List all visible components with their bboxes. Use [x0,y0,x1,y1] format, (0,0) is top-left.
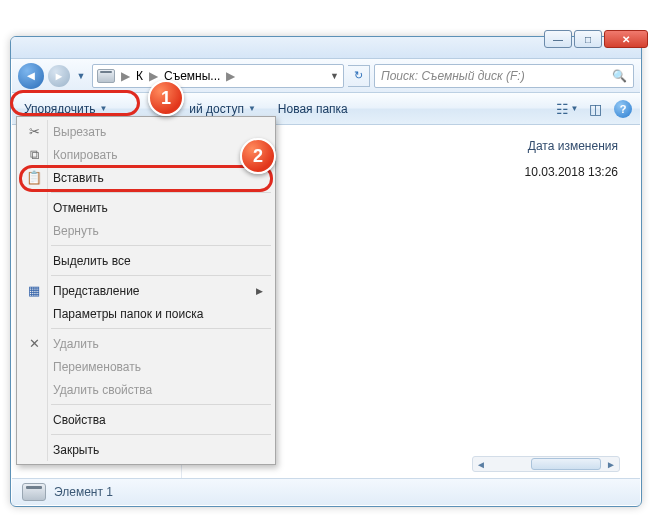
menu-label: Удалить свойства [53,383,152,397]
status-text: Элемент 1 [54,485,113,499]
new-folder-button[interactable]: Новая папка [274,98,352,120]
chevron-right-icon: ▶ [121,69,130,83]
menu-separator [51,192,271,193]
menu-item-close[interactable]: Закрыть [19,438,273,461]
annotation-badge-1: 1 [148,80,184,116]
chevron-down-icon: ▼ [248,104,256,113]
menu-label: Вернуть [53,224,99,238]
horizontal-scrollbar[interactable]: ◄ ► [472,456,620,472]
scroll-thumb[interactable] [531,458,601,470]
search-placeholder: Поиск: Съемный диск (F:) [381,69,525,83]
menu-label: Закрыть [53,443,99,457]
drive-icon [22,483,46,501]
file-date-value: 10.03.2018 13:26 [525,165,618,179]
menu-separator [51,328,271,329]
scroll-right-icon[interactable]: ► [603,457,619,471]
menu-label: Вырезать [53,125,106,139]
new-folder-label: Новая папка [278,102,348,116]
menu-label: Вставить [53,171,104,185]
menu-separator [51,404,271,405]
breadcrumb-segment[interactable]: К [136,69,143,83]
menu-item-select-all[interactable]: Выделить все [19,249,273,272]
menu-label: Удалить [53,337,99,351]
menu-label: Выделить все [53,254,131,268]
menu-label: Свойства [53,413,106,427]
menu-label: Параметры папок и поиска [53,307,203,321]
drive-icon [97,69,115,83]
menu-item-folder-options[interactable]: Параметры папок и поиска [19,302,273,325]
organize-menu: ✂Вырезать ⧉Копировать 📋Вставить Отменить… [16,116,276,465]
menu-item-view[interactable]: ▦Представление▶ [19,279,273,302]
nav-bar: ◄ ► ▼ ▶ К ▶ Съемны... ▶ ▼ ↻ Поиск: Съемн… [12,59,640,93]
menu-item-undo[interactable]: Отменить [19,196,273,219]
column-header-date[interactable]: Дата изменения [528,139,618,153]
copy-icon: ⧉ [25,147,43,163]
back-button[interactable]: ◄ [18,63,44,89]
maximize-button[interactable]: □ [574,30,602,48]
annotation-badge-2: 2 [240,138,276,174]
address-dropdown-icon[interactable]: ▼ [330,71,339,81]
share-label: ий доступ [189,102,244,116]
submenu-arrow-icon: ▶ [256,286,263,296]
paste-icon: 📋 [25,170,43,185]
search-icon: 🔍 [612,69,627,83]
minimize-button[interactable]: — [544,30,572,48]
menu-item-delete[interactable]: ✕Удалить [19,332,273,355]
chevron-right-icon: ▶ [226,69,235,83]
menu-separator [51,275,271,276]
preview-pane-button[interactable]: ◫ [586,100,604,118]
organize-label: Упорядочить [24,102,95,116]
menu-item-remove-props[interactable]: Удалить свойства [19,378,273,401]
history-dropdown[interactable]: ▼ [74,71,88,81]
refresh-button[interactable]: ↻ [348,65,370,87]
menu-item-redo[interactable]: Вернуть [19,219,273,242]
menu-label: Отменить [53,201,108,215]
menu-label: Копировать [53,148,118,162]
menu-item-copy[interactable]: ⧉Копировать [19,143,273,166]
scroll-left-icon[interactable]: ◄ [473,457,489,471]
menu-separator [51,434,271,435]
close-window-button[interactable]: ✕ [604,30,648,48]
address-bar[interactable]: ▶ К ▶ Съемны... ▶ ▼ [92,64,344,88]
layout-icon: ▦ [25,283,43,298]
cut-icon: ✂ [25,124,43,139]
menu-item-paste[interactable]: 📋Вставить [19,166,273,189]
chevron-down-icon: ▼ [99,104,107,113]
forward-button[interactable]: ► [48,65,70,87]
menu-item-rename[interactable]: Переименовать [19,355,273,378]
menu-separator [51,245,271,246]
help-button[interactable]: ? [614,100,632,118]
menu-item-cut[interactable]: ✂Вырезать [19,120,273,143]
chevron-right-icon: ▶ [149,69,158,83]
menu-item-properties[interactable]: Свойства [19,408,273,431]
menu-label: Переименовать [53,360,141,374]
view-options-button[interactable]: ☷▼ [558,100,576,118]
delete-icon: ✕ [25,336,43,351]
menu-label: Представление [53,284,140,298]
status-bar: Элемент 1 [12,478,640,505]
search-input[interactable]: Поиск: Съемный диск (F:) 🔍 [374,64,634,88]
